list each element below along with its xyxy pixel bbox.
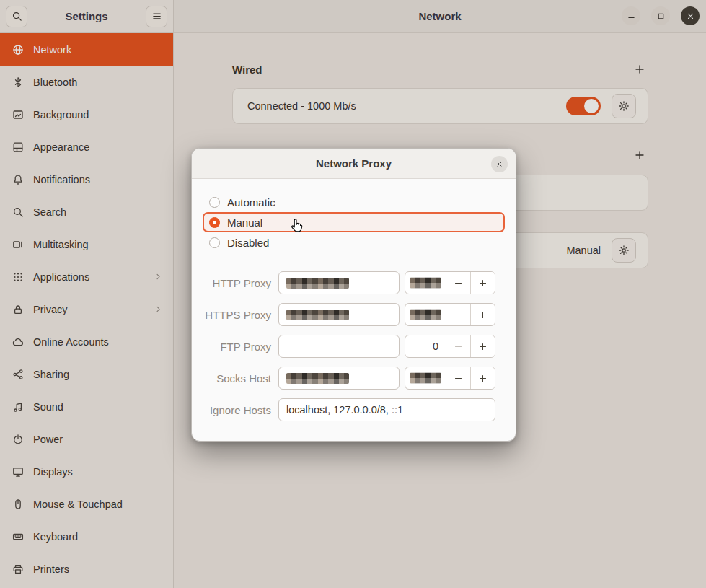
redacted-host-value [286,310,349,320]
proxy-mode-label: Disabled [227,237,269,249]
proxy-port-input[interactable] [405,304,446,325]
proxy-port-input[interactable] [405,272,446,294]
minus-icon [454,310,463,320]
port-increment-button[interactable] [470,272,495,294]
redacted-host-value [286,278,349,289]
cursor-pointer [288,218,304,238]
port-increment-button[interactable] [470,335,495,357]
proxy-port-value: 0 [433,341,438,352]
dialog-title: Network Proxy [316,157,392,170]
port-increment-button[interactable] [470,304,495,325]
dialog-close-button[interactable] [491,156,508,172]
port-decrement-button[interactable] [446,304,470,325]
proxy-port-input[interactable]: 0 [405,335,446,357]
dialog-headerbar: Network Proxy [192,149,516,179]
ignore-hosts-input[interactable]: localhost, 127.0.0.0/8, ::1 [278,398,495,421]
ignore-hosts-value: localhost, 127.0.0.0/8, ::1 [286,404,403,416]
radio-button[interactable] [209,237,220,248]
proxy-host-input[interactable] [278,335,400,358]
plus-icon [478,310,487,320]
port-decrement-button[interactable] [446,335,470,357]
radio-button[interactable] [209,197,220,208]
plus-icon [478,278,487,288]
proxy-fields: HTTP Proxy HTTPS Proxy FTP [192,271,516,398]
proxy-host-input[interactable] [278,367,400,390]
port-decrement-button[interactable] [446,367,470,389]
proxy-host-input[interactable] [278,271,400,294]
proxy-mode-list: Automatic Manual Disabled [192,192,516,253]
minus-icon [454,278,463,288]
proxy-mode-automatic[interactable]: Automatic [203,192,505,212]
port-increment-button[interactable] [470,367,495,389]
proxy-field-row: HTTP Proxy [192,271,516,294]
proxy-mode-label: Manual [227,216,262,229]
plus-icon [478,342,487,351]
redacted-host-value [286,373,349,384]
proxy-port-spinbox [405,367,495,390]
redacted-port-value [410,373,441,384]
proxy-field-label: HTTPS Proxy [192,309,275,321]
network-proxy-dialog: Network Proxy Automatic Manual Disabled … [191,148,516,442]
proxy-field-label: Socks Host [192,372,275,385]
ignore-hosts-label: Ignore Hosts [192,404,275,416]
proxy-port-spinbox: 0 [405,335,495,358]
cursor-hand-icon [288,218,304,234]
proxy-port-spinbox [405,271,495,294]
proxy-field-row: Socks Host [192,367,516,390]
proxy-port-spinbox [405,303,495,326]
redacted-port-value [410,278,441,289]
proxy-mode-disabled[interactable]: Disabled [203,232,505,253]
proxy-field-label: FTP Proxy [192,341,275,353]
redacted-port-value [410,310,441,320]
proxy-host-input[interactable] [278,303,400,326]
proxy-field-row: FTP Proxy 0 [192,335,516,358]
radio-button[interactable] [209,217,220,228]
minus-icon [454,374,463,383]
port-decrement-button[interactable] [446,272,470,294]
proxy-mode-manual[interactable]: Manual [203,212,505,232]
settings-window: Settings Network Bluetooth Background Ap… [0,0,706,588]
proxy-mode-label: Automatic [227,196,275,209]
ignore-hosts-row: Ignore Hosts localhost, 127.0.0.0/8, ::1 [192,398,516,421]
minus-icon [454,342,463,351]
proxy-port-input[interactable] [405,367,446,389]
close-icon [495,160,503,168]
proxy-field-label: HTTP Proxy [192,277,275,289]
proxy-field-row: HTTPS Proxy [192,303,516,326]
plus-icon [478,374,487,383]
